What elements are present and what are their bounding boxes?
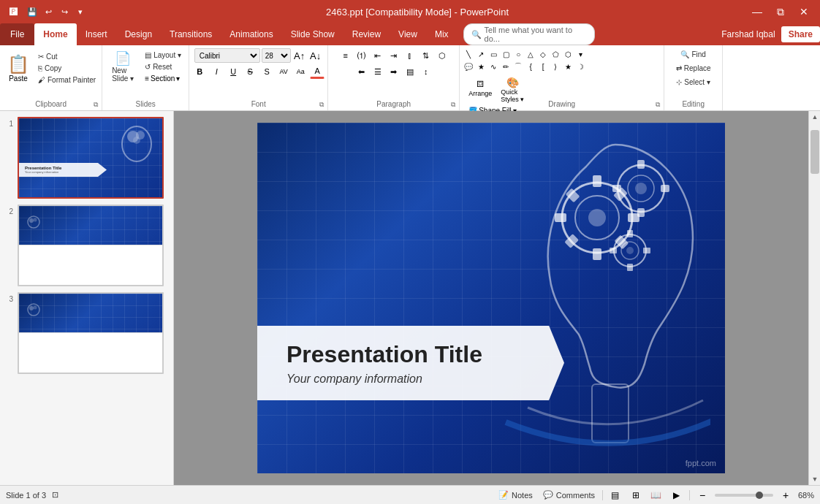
format-painter-button[interactable]: 🖌Format Painter <box>35 75 99 85</box>
slide-image-2[interactable] <box>18 205 164 286</box>
shape-hex[interactable]: ⬡ <box>562 48 574 60</box>
shape-action[interactable]: ★ <box>562 61 574 72</box>
replace-button[interactable]: ⇄ Replace <box>672 62 715 75</box>
numbering-button[interactable]: ⑴ <box>354 48 369 63</box>
shape-arrow[interactable]: ↗ <box>475 48 487 60</box>
align-right-button[interactable]: ➡ <box>387 64 401 79</box>
slide-thumb-1[interactable]: 1 Presentation Title <box>4 117 169 199</box>
slide-canvas[interactable]: Presentation Title Your company informat… <box>257 123 725 473</box>
bold-button[interactable]: B <box>192 64 207 79</box>
menu-slideshow[interactable]: Slide Show <box>282 23 343 45</box>
shape-diamond[interactable]: ◇ <box>537 48 549 60</box>
font-name-select[interactable]: Calibri <box>194 48 260 63</box>
decrease-font-button[interactable]: A↓ <box>308 48 323 63</box>
copy-button[interactable]: ⎘Copy <box>35 63 99 74</box>
slide-title-box[interactable]: Presentation Title Your company informat… <box>257 326 564 400</box>
redo-qat-button[interactable]: ↪ <box>57 4 72 19</box>
vertical-scrollbar[interactable]: ▲ ▼ <box>808 111 820 485</box>
share-button[interactable]: Share <box>781 26 820 42</box>
shape-chevron[interactable]: ⟩ <box>550 61 561 72</box>
scroll-thumb[interactable] <box>810 130 819 174</box>
clipboard-expand[interactable]: ⧉ <box>91 100 100 109</box>
menu-review[interactable]: Review <box>343 23 390 45</box>
slide-image-1[interactable]: Presentation Title Your company informat… <box>18 117 164 199</box>
minimize-button[interactable]: — <box>747 4 767 20</box>
zoom-slider[interactable] <box>715 494 773 497</box>
menu-insert[interactable]: Insert <box>77 23 116 45</box>
align-left-button[interactable]: ⬅ <box>354 64 369 79</box>
shape-rounded[interactable]: ▢ <box>500 48 512 60</box>
reading-view-button[interactable]: 📖 <box>648 489 664 502</box>
section-button[interactable]: ≡Section ▾ <box>142 73 184 84</box>
shapes-more[interactable]: ▾ <box>574 48 586 60</box>
char-spacing-button[interactable]: AV <box>276 64 291 79</box>
font-size-select[interactable]: 28 <box>262 48 291 63</box>
tell-me-input[interactable]: 🔍 Tell me what you want to do... <box>463 23 595 45</box>
normal-view-button[interactable]: ▤ <box>607 489 623 502</box>
zoom-in-button[interactable]: + <box>778 489 794 502</box>
menu-home[interactable]: Home <box>34 23 76 45</box>
reset-button[interactable]: ↺Reset <box>142 61 184 72</box>
menu-view[interactable]: View <box>390 23 426 45</box>
shape-triangle[interactable]: △ <box>525 48 536 60</box>
shape-callout[interactable]: 💬 <box>463 61 474 72</box>
close-button[interactable]: ✕ <box>794 4 814 20</box>
cut-button[interactable]: ✂Cut <box>35 51 99 62</box>
text-shadow-button[interactable]: S <box>259 64 274 79</box>
customize-qat-button[interactable]: ▾ <box>73 4 88 19</box>
save-qat-button[interactable]: 💾 <box>25 4 39 19</box>
shape-freeform[interactable]: ✏ <box>500 61 512 72</box>
font-expand[interactable]: ⧉ <box>317 100 326 109</box>
arrange-button[interactable]: ⧈ Arrange <box>466 75 495 99</box>
shape-bracket[interactable]: [ <box>537 61 549 72</box>
select-button[interactable]: ⊹ Select ▾ <box>672 76 715 88</box>
scroll-down-button[interactable]: ▼ <box>809 473 820 485</box>
change-case-button[interactable]: Aa <box>293 64 308 79</box>
shape-curve[interactable]: ∿ <box>487 61 499 72</box>
columns-button[interactable]: ⫿ <box>403 48 417 63</box>
maximize-button[interactable]: ⧉ <box>770 4 791 20</box>
shape-brace[interactable]: { <box>525 61 536 72</box>
increase-font-button[interactable]: A↑ <box>292 48 307 63</box>
shape-line[interactable]: ╲ <box>463 48 474 60</box>
slide-thumb-2[interactable]: 2 <box>4 205 169 286</box>
convert-to-smartart-button[interactable]: ⬡ <box>435 48 449 63</box>
menu-mix[interactable]: Mix <box>426 23 458 45</box>
shape-rect[interactable]: ▭ <box>487 48 499 60</box>
strikethrough-button[interactable]: S <box>243 64 257 79</box>
slide-image-3[interactable] <box>18 292 164 374</box>
text-direction-button[interactable]: ⇅ <box>419 48 433 63</box>
increase-indent-button[interactable]: ⇥ <box>387 48 401 63</box>
justify-button[interactable]: ▤ <box>403 64 417 79</box>
shape-moon[interactable]: ☽ <box>574 61 586 72</box>
zoom-out-button[interactable]: − <box>694 489 710 502</box>
scroll-up-button[interactable]: ▲ <box>809 111 820 123</box>
slide-canvas-wrapper[interactable]: Presentation Title Your company informat… <box>174 111 808 485</box>
line-spacing-button[interactable]: ↕ <box>419 64 433 79</box>
undo-qat-button[interactable]: ↩ <box>41 4 56 19</box>
slide-sorter-button[interactable]: ⊞ <box>628 489 644 502</box>
slideshow-button[interactable]: ▶ <box>669 489 685 502</box>
user-name[interactable]: Farshad Iqbal <box>721 29 775 39</box>
paragraph-expand[interactable]: ⧉ <box>449 100 458 109</box>
italic-button[interactable]: I <box>209 64 224 79</box>
menu-animations[interactable]: Animations <box>221 23 281 45</box>
comments-button[interactable]: 💬 Comments <box>540 489 598 501</box>
shape-star[interactable]: ★ <box>475 61 487 72</box>
new-slide-button[interactable]: 📄 NewSlide ▾ <box>107 50 139 85</box>
paste-button[interactable]: 📋 Paste <box>3 51 34 85</box>
align-center-button[interactable]: ☰ <box>371 64 385 79</box>
shape-oval[interactable]: ○ <box>512 48 524 60</box>
layout-button[interactable]: ▤Layout ▾ <box>142 50 184 61</box>
menu-transitions[interactable]: Transitions <box>161 23 221 45</box>
scroll-track[interactable] <box>809 123 820 473</box>
font-color-button[interactable]: A <box>310 64 324 79</box>
menu-design[interactable]: Design <box>116 23 161 45</box>
notes-button[interactable]: 📝 Notes <box>496 489 536 501</box>
underline-button[interactable]: U <box>226 64 240 79</box>
find-button[interactable]: 🔍 Find <box>676 48 710 61</box>
slide-thumb-3[interactable]: 3 <box>4 292 169 374</box>
slide-panel[interactable]: 1 Presentation Title <box>0 111 174 485</box>
shape-connector[interactable]: ⌒ <box>512 61 524 72</box>
drawing-expand[interactable]: ⧉ <box>653 100 662 109</box>
